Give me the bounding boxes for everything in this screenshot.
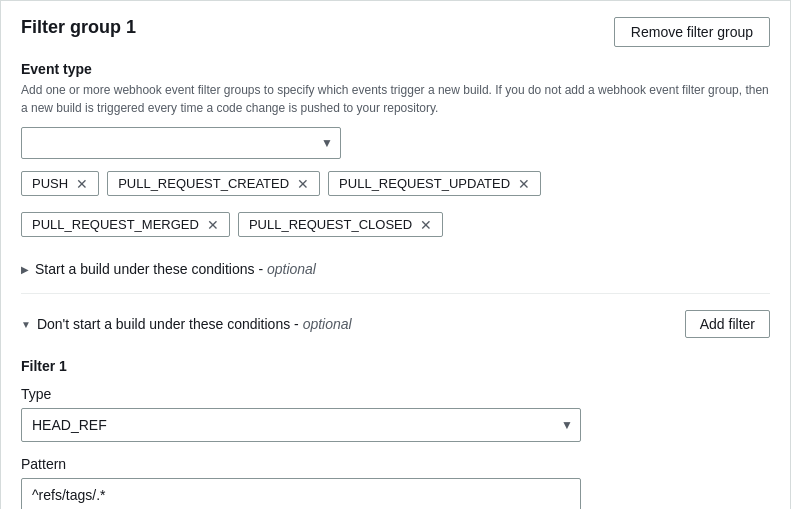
type-dropdown-wrapper: HEAD_REF BASE_REF FILE_PATH COMMIT_MESSA… [21,408,581,442]
tag-label: PULL_REQUEST_MERGED [32,217,199,232]
filter-group-header: Filter group 1 Remove filter group [21,17,770,47]
expanded-arrow-icon: ▼ [21,319,31,330]
event-type-dropdown-wrapper: ▼ [21,127,341,159]
event-type-section: Event type Add one or more webhook event… [21,61,770,237]
list-item: PULL_REQUEST_CREATED ✕ [107,171,320,196]
type-select[interactable]: HEAD_REF BASE_REF FILE_PATH COMMIT_MESSA… [21,408,581,442]
list-item: PULL_REQUEST_MERGED ✕ [21,212,230,237]
dont-start-conditions-section: ▼ Don't start a build under these condit… [21,302,770,346]
event-tags-row2: PULL_REQUEST_MERGED ✕ PULL_REQUEST_CLOSE… [21,212,770,237]
section-divider [21,293,770,294]
event-type-label: Event type [21,61,770,77]
tag-remove-push[interactable]: ✕ [76,177,88,191]
start-conditions-label: Start a build under these conditions - o… [35,261,316,277]
tag-label: PULL_REQUEST_UPDATED [339,176,510,191]
tag-label: PUSH [32,176,68,191]
start-conditions-toggle[interactable]: ▶ Start a build under these conditions -… [21,253,770,285]
dont-start-conditions-label: Don't start a build under these conditio… [37,316,352,332]
pattern-input[interactable] [21,478,581,509]
pattern-label: Pattern [21,456,770,472]
list-item: PUSH ✕ [21,171,99,196]
add-filter-button[interactable]: Add filter [685,310,770,338]
tag-remove-pull-request-closed[interactable]: ✕ [420,218,432,232]
event-tags-container: PUSH ✕ PULL_REQUEST_CREATED ✕ PULL_REQUE… [21,171,770,196]
tag-remove-pull-request-created[interactable]: ✕ [297,177,309,191]
filter-1-title: Filter 1 [21,358,770,374]
remove-filter-group-button[interactable]: Remove filter group [614,17,770,47]
tag-remove-pull-request-merged[interactable]: ✕ [207,218,219,232]
filter-1-section: Filter 1 Type HEAD_REF BASE_REF FILE_PAT… [21,346,770,509]
event-type-select[interactable] [21,127,341,159]
dont-start-conditions-toggle[interactable]: ▼ Don't start a build under these condit… [21,316,352,332]
tag-remove-pull-request-updated[interactable]: ✕ [518,177,530,191]
filter-group-title: Filter group 1 [21,17,136,38]
event-type-description: Add one or more webhook event filter gro… [21,81,770,117]
list-item: PULL_REQUEST_UPDATED ✕ [328,171,541,196]
type-label: Type [21,386,770,402]
tag-label: PULL_REQUEST_CREATED [118,176,289,191]
collapsed-arrow-icon: ▶ [21,264,29,275]
tag-label: PULL_REQUEST_CLOSED [249,217,412,232]
list-item: PULL_REQUEST_CLOSED ✕ [238,212,443,237]
